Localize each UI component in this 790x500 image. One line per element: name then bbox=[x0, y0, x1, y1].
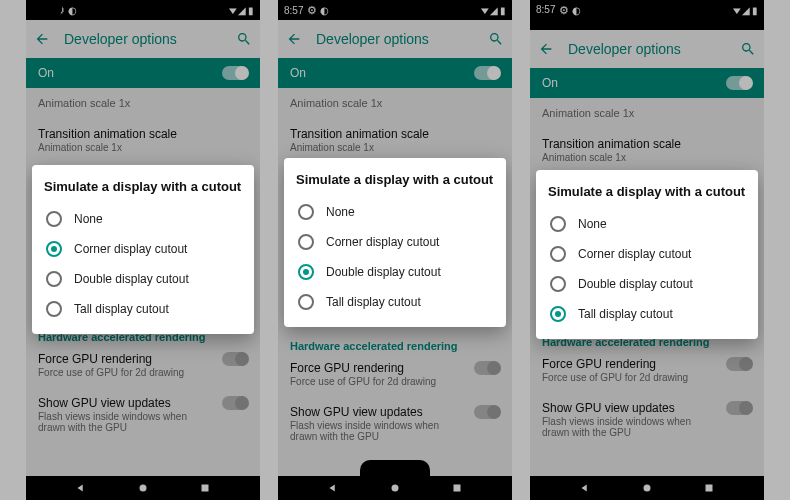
dialog-option-tall[interactable]: Tall display cutout bbox=[548, 299, 746, 329]
dialog-option-tall[interactable]: Tall display cutout bbox=[44, 294, 242, 324]
radio-icon bbox=[46, 301, 62, 317]
dialog-option-none[interactable]: None bbox=[296, 197, 494, 227]
cutout-dialog: Simulate a display with a cutout None Co… bbox=[32, 165, 254, 334]
radio-icon bbox=[46, 211, 62, 227]
display-cutout bbox=[26, 0, 62, 20]
phone-screenshot: 8:57 ⚙ ◐ ▮ Developer options On Animatio… bbox=[278, 0, 512, 500]
display-cutout bbox=[360, 0, 430, 20]
radio-icon bbox=[550, 276, 566, 292]
dialog-option-none[interactable]: None bbox=[44, 204, 242, 234]
radio-icon bbox=[550, 246, 566, 262]
dialog-option-corner[interactable]: Corner display cutout bbox=[296, 227, 494, 257]
display-cutout-bottom bbox=[360, 460, 430, 476]
dialog-title: Simulate a display with a cutout bbox=[44, 179, 242, 194]
dialog-option-double[interactable]: Double display cutout bbox=[44, 264, 242, 294]
radio-icon bbox=[298, 204, 314, 220]
radio-icon bbox=[298, 264, 314, 280]
dialog-option-tall[interactable]: Tall display cutout bbox=[296, 287, 494, 317]
dialog-option-double[interactable]: Double display cutout bbox=[548, 269, 746, 299]
radio-icon bbox=[550, 216, 566, 232]
dialog-title: Simulate a display with a cutout bbox=[548, 184, 746, 199]
cutout-dialog: Simulate a display with a cutout None Co… bbox=[284, 158, 506, 327]
radio-icon bbox=[298, 294, 314, 310]
cutout-dialog: Simulate a display with a cutout None Co… bbox=[536, 170, 758, 339]
dialog-option-corner[interactable]: Corner display cutout bbox=[44, 234, 242, 264]
dialog-option-corner[interactable]: Corner display cutout bbox=[548, 239, 746, 269]
radio-icon bbox=[46, 241, 62, 257]
phone-screenshot: 8:55 ⚙ ◐ ▮ Developer options On bbox=[26, 0, 260, 500]
phone-screenshot: 8:57 ⚙ ◐ ▮ Developer options On Animatio… bbox=[530, 0, 764, 500]
dialog-option-double[interactable]: Double display cutout bbox=[296, 257, 494, 287]
radio-icon bbox=[550, 306, 566, 322]
radio-icon bbox=[46, 271, 62, 287]
dialog-option-none[interactable]: None bbox=[548, 209, 746, 239]
radio-icon bbox=[298, 234, 314, 250]
dialog-title: Simulate a display with a cutout bbox=[296, 172, 494, 187]
display-cutout bbox=[608, 0, 686, 30]
